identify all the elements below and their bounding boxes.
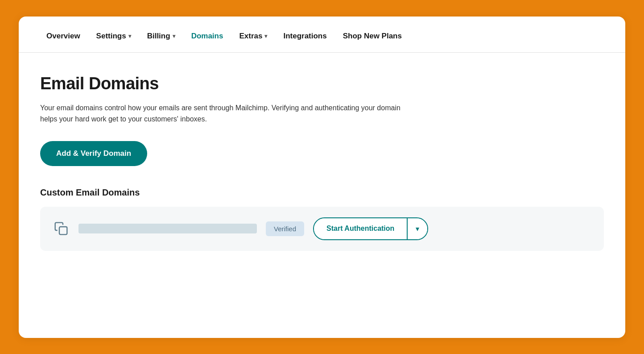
- chevron-down-icon: ▾: [128, 33, 131, 39]
- nav-item-integrations[interactable]: Integrations: [277, 29, 333, 43]
- main-card: Overview Settings ▾ Billing ▾ Domains Ex…: [19, 17, 625, 338]
- authentication-dropdown-button[interactable]: ▾: [407, 218, 427, 239]
- nav-item-billing[interactable]: Billing ▾: [141, 29, 182, 43]
- nav-item-settings[interactable]: Settings ▾: [90, 29, 137, 43]
- chevron-down-icon: ▾: [416, 225, 419, 233]
- nav-item-overview[interactable]: Overview: [40, 29, 87, 43]
- add-verify-domain-button[interactable]: Add & Verify Domain: [40, 141, 147, 166]
- nav-item-extras[interactable]: Extras ▾: [233, 29, 273, 43]
- start-authentication-button[interactable]: Start Authentication: [314, 218, 407, 239]
- nav-item-domains[interactable]: Domains: [185, 29, 230, 43]
- domain-row: Verified Start Authentication ▾: [40, 207, 604, 251]
- copy-icon: [53, 220, 70, 237]
- nav-item-shop-new-plans[interactable]: Shop New Plans: [337, 29, 408, 43]
- svg-rect-0: [59, 227, 67, 234]
- verified-badge: Verified: [266, 221, 304, 236]
- domain-name-blurred: [78, 224, 257, 233]
- chevron-down-icon: ▾: [173, 33, 175, 39]
- nav-label-settings: Settings: [96, 32, 126, 41]
- navigation: Overview Settings ▾ Billing ▾ Domains Ex…: [19, 17, 625, 53]
- page-title: Email Domains: [40, 74, 604, 93]
- custom-domains-section-title: Custom Email Domains: [40, 187, 604, 198]
- nav-label-billing: Billing: [147, 32, 170, 41]
- authentication-button-group: Start Authentication ▾: [313, 217, 428, 240]
- chevron-down-icon: ▾: [264, 33, 267, 39]
- page-description: Your email domains control how your emai…: [40, 102, 406, 125]
- nav-label-extras: Extras: [239, 32, 262, 41]
- page-content: Email Domains Your email domains control…: [19, 53, 625, 272]
